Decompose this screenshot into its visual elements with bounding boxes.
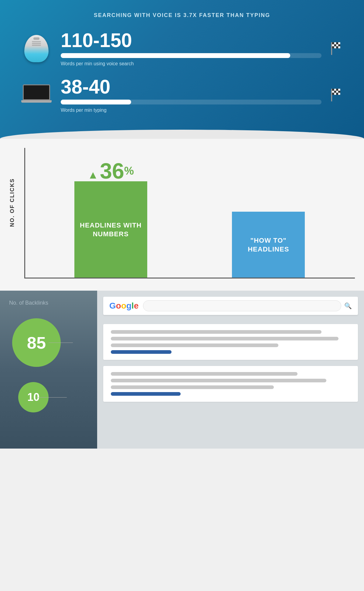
result-line-4 <box>111 372 298 376</box>
svg-rect-8 <box>338 44 340 46</box>
voice-stat-row: 110-150 Words per min using voice search <box>18 31 346 67</box>
result-line-1 <box>111 330 321 334</box>
voice-bar-fill <box>61 53 290 58</box>
svg-rect-4 <box>338 42 340 44</box>
svg-rect-5 <box>332 44 334 46</box>
voice-stat-label: Words per min using voice search <box>61 61 321 67</box>
voice-title: SEARCHING WITH VOICE IS 3.7x FASTER THAN… <box>18 12 346 19</box>
google-logo: Google <box>109 301 138 311</box>
backlinks-label: No. of Backlinks <box>6 300 91 306</box>
svg-rect-15 <box>334 89 336 91</box>
circle-85-badge: 85 <box>12 318 61 367</box>
svg-rect-17 <box>338 89 340 91</box>
percent-badge: ▲36% <box>74 160 147 182</box>
search-result-2 <box>103 366 358 402</box>
svg-rect-16 <box>336 89 338 91</box>
result-line-5 <box>111 379 326 382</box>
up-triangle-icon: ▲ <box>87 169 98 181</box>
connector-line-85 <box>49 343 73 343</box>
svg-rect-25 <box>338 93 340 95</box>
result-line-2 <box>111 337 338 340</box>
chart-yaxis-label: NO. OF CLICKS <box>9 203 15 227</box>
typing-stat-row: 38-40 Words per min typing <box>18 77 346 113</box>
svg-rect-2 <box>334 42 336 44</box>
svg-rect-14 <box>332 89 334 91</box>
headlines-bar-group: ▲36% HEADLINES WITH NUMBERS <box>36 181 185 278</box>
result-link-2 <box>111 392 181 396</box>
voice-section: SEARCHING WITH VOICE IS 3.7x FASTER THAN… <box>0 0 364 139</box>
typing-bar-fill <box>61 100 131 104</box>
svg-rect-9 <box>332 46 334 49</box>
backlinks-right-panel: Google 🔍 <box>97 291 364 449</box>
search-result-1 <box>103 324 358 360</box>
headlines-bar-label: HEADLINES WITH NUMBERS <box>74 221 147 238</box>
circle-85-container: 85 <box>6 318 91 367</box>
checkered-flag-icon-1 <box>329 41 344 56</box>
svg-rect-6 <box>334 44 336 46</box>
result-line-3 <box>111 343 278 347</box>
typing-flag <box>328 87 346 103</box>
typing-stat-label: Words per min typing <box>61 108 321 113</box>
howto-bar: "HOW TO" HEADLINES <box>232 212 305 278</box>
google-search-box <box>143 300 341 311</box>
typing-stat-content: 38-40 Words per min typing <box>55 77 328 113</box>
svg-rect-24 <box>336 93 338 95</box>
circle-10-container: 10 <box>6 382 91 412</box>
speaker-icon-container <box>18 35 55 62</box>
result-line-6 <box>111 385 274 389</box>
laptop-base <box>21 100 52 103</box>
svg-rect-10 <box>334 46 336 49</box>
voice-stat-content: 110-150 Words per min using voice search <box>55 31 328 67</box>
checkered-flag-icon-2 <box>329 87 344 103</box>
chart-section: NO. OF CLICKS ▲36% HEADLINES WITH NUMBER… <box>0 139 364 291</box>
svg-rect-19 <box>334 91 336 93</box>
typing-bar-container <box>61 100 321 104</box>
google-home-icon <box>24 35 49 62</box>
svg-rect-11 <box>336 46 338 49</box>
laptop-screen <box>23 84 50 100</box>
laptop-icon-container <box>18 84 55 106</box>
svg-rect-23 <box>334 93 336 95</box>
svg-rect-3 <box>336 42 338 44</box>
laptop-screen-inner <box>24 85 49 99</box>
howto-bar-group: "HOW TO" HEADLINES <box>194 212 343 278</box>
typing-stat-number: 38-40 <box>61 77 321 97</box>
svg-rect-21 <box>338 91 340 93</box>
search-icon: 🔍 <box>344 302 352 309</box>
svg-rect-1 <box>332 42 334 44</box>
howto-bar-label: "HOW TO" HEADLINES <box>232 236 305 254</box>
voice-bar-container <box>61 53 321 58</box>
svg-rect-12 <box>338 46 340 49</box>
svg-rect-20 <box>336 91 338 93</box>
backlinks-section: No. of Backlinks 85 10 Google 🔍 <box>0 291 364 449</box>
svg-rect-22 <box>332 93 334 95</box>
connector-line-10 <box>36 397 67 398</box>
chart-bars: ▲36% HEADLINES WITH NUMBERS "HOW TO" HEA… <box>24 148 355 278</box>
chart-area: ▲36% HEADLINES WITH NUMBERS "HOW TO" HEA… <box>24 148 355 278</box>
headlines-bar: ▲36% HEADLINES WITH NUMBERS <box>74 181 147 278</box>
circle-10-badge: 10 <box>18 382 49 412</box>
result-link-1 <box>111 350 172 354</box>
svg-rect-0 <box>331 42 332 55</box>
voice-flag <box>328 41 346 56</box>
circle-85-number: 85 <box>27 333 46 353</box>
svg-rect-18 <box>332 91 334 93</box>
backlinks-left-panel: No. of Backlinks 85 10 <box>0 291 97 449</box>
svg-rect-7 <box>336 44 338 46</box>
laptop-icon <box>23 84 50 106</box>
google-search-bar: Google 🔍 <box>103 297 358 315</box>
percent-symbol: % <box>124 165 134 177</box>
percent-number: 36 <box>100 159 124 183</box>
voice-stat-number: 110-150 <box>61 31 321 50</box>
svg-rect-13 <box>331 89 332 101</box>
